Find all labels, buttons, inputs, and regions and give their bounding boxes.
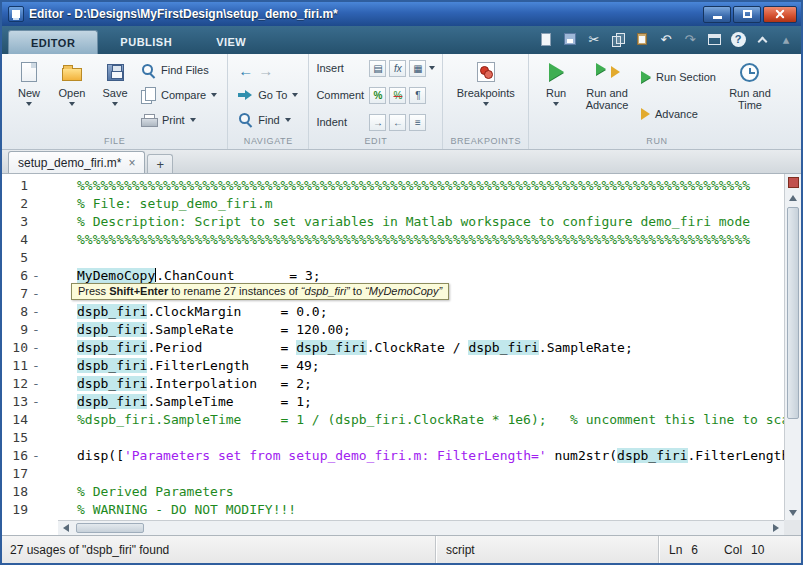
vertical-scrollbar[interactable] — [784, 174, 801, 520]
line-number: 16 — [2, 447, 28, 465]
forward-button[interactable]: → — [258, 62, 273, 79]
code-line[interactable]: 16-disp(['Parameters set from setup_demo… — [2, 447, 784, 465]
indent-right-button[interactable]: → — [369, 114, 386, 131]
code-line[interactable]: 12-dspb_firi.Interpolation = 2; — [2, 375, 784, 393]
cut-icon[interactable]: ✂ — [585, 30, 603, 48]
code-line[interactable]: 19% WARNING - DO NOT MODIFY!!! — [2, 501, 784, 519]
run-button[interactable]: Run — [536, 56, 576, 134]
breakpoint-margin[interactable]: - — [28, 303, 44, 321]
breakpoint-margin[interactable]: - — [28, 357, 44, 375]
new-button[interactable]: New — [9, 56, 49, 134]
document-tabbar: setup_demo_firi.m* × + — [2, 150, 801, 174]
breakpoint-margin[interactable]: - — [28, 339, 44, 357]
breakpoint-margin[interactable]: - — [28, 375, 44, 393]
tab-view[interactable]: VIEW — [194, 30, 268, 54]
save-icon[interactable] — [561, 30, 579, 48]
code-line[interactable]: 5 — [2, 249, 784, 267]
collapse-ribbon-icon[interactable] — [753, 30, 771, 48]
goto-button[interactable]: Go To — [235, 85, 301, 105]
code-token: .FilterLength = 49; — [147, 358, 319, 373]
document-tab[interactable]: setup_demo_firi.m* × — [8, 151, 145, 173]
breakpoint-margin[interactable] — [28, 249, 44, 267]
titlebar[interactable]: Editor - D:\Designs\MyFirstDesign\setup_… — [2, 2, 801, 26]
compare-button[interactable]: Compare — [138, 85, 220, 105]
breakpoint-margin[interactable] — [28, 177, 44, 195]
insert-function-button[interactable]: fx — [389, 60, 406, 77]
insert-section-button[interactable]: ▤ — [369, 60, 386, 77]
indent-left-button[interactable]: ← — [389, 114, 406, 131]
tab-publish[interactable]: PUBLISH — [98, 30, 194, 54]
line-number: 6 — [2, 267, 28, 285]
scroll-right-button[interactable] — [768, 521, 784, 535]
run-and-advance-button[interactable]: Run and Advance — [579, 56, 635, 134]
breakpoint-margin[interactable]: - — [28, 321, 44, 339]
code-line[interactable]: 2% File: setup_demo_firi.m — [2, 195, 784, 213]
breakpoint-margin[interactable] — [28, 195, 44, 213]
horizontal-scrollbar[interactable] — [58, 520, 784, 535]
code-line[interactable]: 17 — [2, 465, 784, 483]
code-line[interactable]: 18% Derived Parameters — [2, 483, 784, 501]
code-line[interactable]: 14%dspb_firi.SampleTime = 1 / (dspb_firi… — [2, 411, 784, 429]
tab-editor[interactable]: EDITOR — [8, 30, 98, 54]
breakpoint-margin[interactable] — [28, 483, 44, 501]
breakpoint-margin[interactable] — [28, 231, 44, 249]
scroll-down-button[interactable] — [785, 505, 801, 520]
new-tab-button[interactable]: + — [147, 154, 173, 173]
back-button[interactable]: ← — [238, 62, 253, 79]
advance-button[interactable]: Advance — [638, 104, 719, 124]
uncomment-button[interactable]: % — [389, 87, 406, 104]
breakpoint-margin[interactable]: - — [28, 393, 44, 411]
breakpoint-margin[interactable]: - — [28, 267, 44, 285]
code-line[interactable]: 3% Description: Script to set variables … — [2, 213, 784, 231]
code-line[interactable]: 4%%%%%%%%%%%%%%%%%%%%%%%%%%%%%%%%%%%%%%%… — [2, 231, 784, 249]
print-button[interactable]: Print — [138, 110, 220, 130]
open-button[interactable]: Open — [52, 56, 92, 134]
old-variable-name: “dspb_firi” — [301, 285, 350, 297]
wrap-comments-button[interactable]: ¶ — [409, 87, 426, 104]
code-line[interactable]: 9-dspb_firi.SampleRate = 120.00; — [2, 321, 784, 339]
breakpoint-margin[interactable] — [28, 411, 44, 429]
line-number: 8 — [2, 303, 28, 321]
smart-indent-button[interactable]: ≡ — [409, 114, 426, 131]
layout-icon[interactable] — [705, 30, 723, 48]
minimize-button[interactable] — [703, 6, 731, 23]
code-token: %dspb_firi.SampleTime = 1 / (dspb_firi.C… — [77, 412, 784, 427]
find-button[interactable]: Find — [235, 110, 301, 130]
breakpoints-button[interactable]: Breakpoints — [458, 56, 514, 134]
undo-icon[interactable]: ↶ — [657, 30, 675, 48]
code-analyzer-indicator[interactable] — [785, 174, 801, 190]
breakpoint-margin[interactable] — [28, 429, 44, 447]
help-icon[interactable]: ? — [729, 30, 747, 48]
code-area[interactable]: 1%%%%%%%%%%%%%%%%%%%%%%%%%%%%%%%%%%%%%%%… — [2, 174, 784, 520]
horizontal-scroll-thumb[interactable] — [76, 523, 144, 533]
close-tab-icon[interactable]: × — [128, 157, 135, 169]
find-files-button[interactable]: Find Files — [138, 60, 220, 80]
copy-icon[interactable] — [609, 30, 627, 48]
vertical-scroll-thumb[interactable] — [787, 207, 799, 419]
scroll-up-button[interactable] — [785, 190, 801, 205]
breakpoint-margin[interactable]: - — [28, 447, 44, 465]
close-button[interactable] — [763, 6, 797, 23]
code-token: .ClockRate / — [367, 340, 469, 355]
run-and-time-button[interactable]: Run and Time — [722, 56, 778, 134]
code-line[interactable]: 10-dspb_firi.Period = dspb_firi.ClockRat… — [2, 339, 784, 357]
code-line[interactable]: 1%%%%%%%%%%%%%%%%%%%%%%%%%%%%%%%%%%%%%%%… — [2, 177, 784, 195]
code-line[interactable]: 15 — [2, 429, 784, 447]
code-line[interactable]: 13-dspb_firi.SampleTime = 1; — [2, 393, 784, 411]
breakpoint-margin[interactable]: - — [28, 285, 44, 303]
breakpoint-margin[interactable] — [28, 213, 44, 231]
new-script-icon[interactable] — [537, 30, 555, 48]
breakpoint-margin[interactable] — [28, 465, 44, 483]
redo-icon[interactable]: ↷ — [681, 30, 699, 48]
run-section-button[interactable]: Run Section — [638, 67, 719, 87]
insert-block-button[interactable]: ▦ — [409, 60, 426, 77]
pin-toolstrip-icon[interactable]: ▴ — [777, 30, 795, 48]
scroll-left-button[interactable] — [58, 521, 74, 535]
code-line[interactable]: 11-dspb_firi.FilterLength = 49; — [2, 357, 784, 375]
breakpoint-margin[interactable] — [28, 501, 44, 519]
paste-icon[interactable] — [633, 30, 651, 48]
save-button[interactable]: Save — [95, 56, 135, 134]
maximize-button[interactable] — [733, 6, 761, 23]
code-line[interactable]: 8-dspb_firi.ClockMargin = 0.0; — [2, 303, 784, 321]
comment-button[interactable]: % — [369, 87, 386, 104]
